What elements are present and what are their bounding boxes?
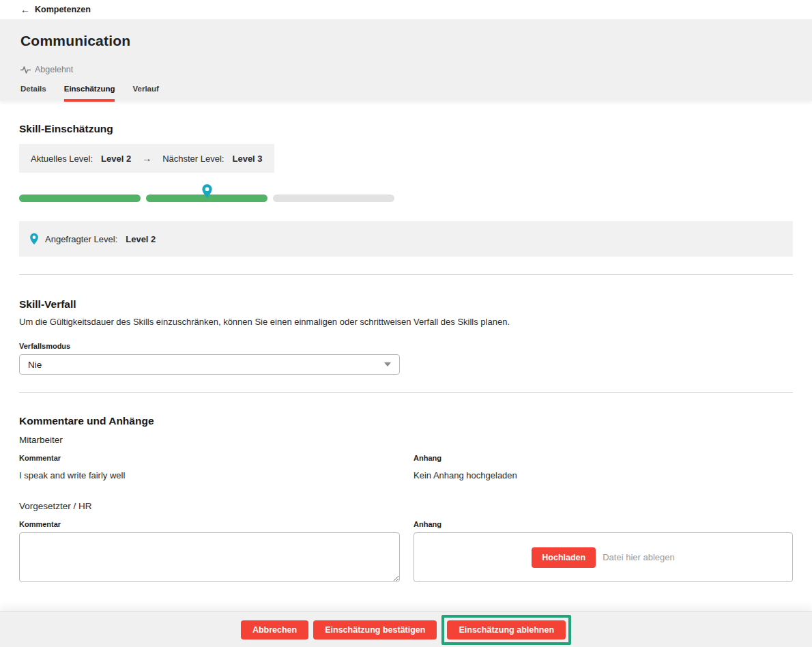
employee-row: Kommentar I speak and write fairly well … <box>19 445 793 480</box>
caret-down-icon <box>384 362 391 366</box>
requested-level-value: Level 2 <box>126 234 156 244</box>
section-title-kommentare: Kommentare und Anhänge <box>19 415 793 427</box>
footer-action-bar: Abbrechen Einschätzung bestätigen Einsch… <box>0 612 812 647</box>
supervisor-comment-textarea[interactable] <box>19 532 400 582</box>
back-to-kompetenzen-link[interactable]: ← Kompetenzen <box>20 5 91 14</box>
reject-assessment-button[interactable]: Einschätzung ablehnen <box>447 620 566 639</box>
level-segment-1[interactable] <box>19 195 141 202</box>
back-arrow-icon: ← <box>20 5 30 14</box>
section-skill-verfall: Skill-Verfall Um die Gültigkeitsdauer de… <box>19 298 793 393</box>
skill-verfall-description: Um die Gültigkeitsdauer des Skills einzu… <box>19 317 793 327</box>
page-title: Communication <box>20 19 792 49</box>
top-bar: ← Kompetenzen <box>0 0 812 19</box>
confirm-assessment-button[interactable]: Einschätzung bestätigen <box>313 620 437 639</box>
next-level-label: Nächster Level: <box>162 154 224 164</box>
current-level-label: Aktuelles Level: <box>31 154 93 164</box>
tab-verlauf[interactable]: Verlauf <box>132 85 158 102</box>
requested-level-box: Angefragter Level:Level 2 <box>19 221 793 257</box>
attachment-dropzone[interactable]: Hochladen Datei hier ablegen <box>414 532 793 582</box>
employee-attachment-label: Anhang <box>414 454 793 462</box>
map-pin-icon <box>29 233 39 245</box>
level-summary-box: Aktuelles Level:Level 2 → Nächster Level… <box>19 144 274 173</box>
employee-comment-value: I speak and write fairly well <box>19 470 400 480</box>
requested-level-marker-pin-icon[interactable] <box>201 184 213 199</box>
level-progress-bar <box>19 195 394 202</box>
supervisor-comment-label: Kommentar <box>19 520 400 528</box>
level-segment-3[interactable] <box>273 195 394 202</box>
section-title-skill-einschaetzung: Skill-Einschätzung <box>19 123 793 135</box>
supervisor-attachment-label: Anhang <box>414 520 793 528</box>
verfallsmodus-label: Verfallsmodus <box>19 342 793 350</box>
main-content: Skill-Einschätzung Aktuelles Level:Level… <box>0 101 812 585</box>
current-level-value: Level 2 <box>101 154 131 164</box>
employee-comment-label: Kommentar <box>19 454 400 462</box>
status-label: Abgelehnt <box>35 65 73 74</box>
requested-level-label: Angefragter Level: <box>45 234 117 244</box>
supervisor-row: Kommentar Anhang Hochladen Datei hier ab… <box>19 511 793 585</box>
section-skill-einschaetzung: Skill-Einschätzung Aktuelles Level:Level… <box>19 123 793 275</box>
level-arrow-icon: → <box>142 153 151 164</box>
next-level-value: Level 3 <box>232 154 262 164</box>
tab-bar: Details Einschätzung Verlauf <box>20 85 792 102</box>
back-link-label: Kompetenzen <box>35 5 91 14</box>
supervisor-role-label: Vorgesetzter / HR <box>19 501 793 511</box>
verfallsmodus-select[interactable]: Nie <box>19 354 400 375</box>
section-kommentare-anhaenge: Kommentare und Anhänge Mitarbeiter Komme… <box>19 415 793 585</box>
tab-einschaetzung[interactable]: Einschätzung <box>64 85 115 102</box>
section-title-skill-verfall: Skill-Verfall <box>19 298 793 311</box>
agent-highlight-box: Einschätzung ablehnen <box>441 615 571 645</box>
drop-hint-text: Datei hier ablegen <box>603 552 675 562</box>
employee-role-label: Mitarbeiter <box>19 435 793 445</box>
page-header: Communication Abgelehnt Details Einschät… <box>0 19 812 101</box>
employee-attachment-value: Kein Anhang hochgeladen <box>414 470 793 480</box>
tab-details[interactable]: Details <box>20 85 46 102</box>
verfallsmodus-selected-value: Nie <box>28 360 42 370</box>
upload-button[interactable]: Hochladen <box>532 547 596 568</box>
section-divider <box>19 392 793 393</box>
status-badge: Abgelehnt <box>20 65 792 74</box>
cancel-button[interactable]: Abbrechen <box>241 620 308 639</box>
pulse-icon <box>20 66 31 74</box>
section-divider <box>19 274 793 275</box>
